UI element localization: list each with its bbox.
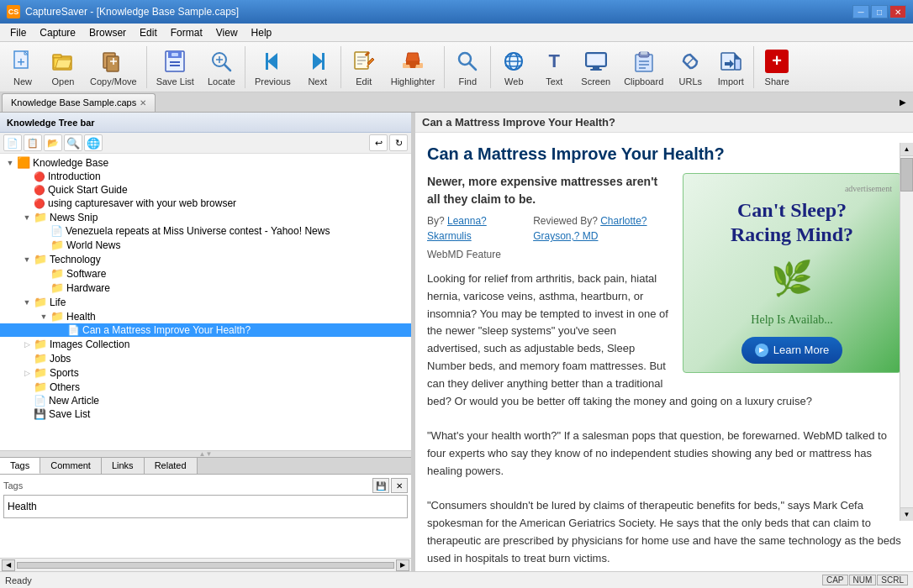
import-label: Import bbox=[718, 76, 744, 87]
svg-rect-21 bbox=[322, 53, 325, 70]
menu-view[interactable]: View bbox=[209, 25, 245, 40]
tab-close[interactable]: ✕ bbox=[140, 98, 146, 108]
tab-tags[interactable]: Tags bbox=[0, 458, 40, 474]
list-item[interactable]: 📁 Software bbox=[0, 266, 411, 281]
tree-btn-search[interactable]: 🔍 bbox=[64, 134, 82, 151]
import-button[interactable]: Import bbox=[711, 45, 750, 90]
open-button[interactable]: Open bbox=[44, 45, 82, 90]
tree-btn-new[interactable]: 📄 bbox=[3, 134, 22, 151]
scroll-right-btn[interactable]: ▶ bbox=[396, 559, 409, 571]
previous-button[interactable]: Previous bbox=[249, 45, 297, 90]
tree-btn-copy[interactable]: 📋 bbox=[24, 134, 42, 151]
locate-button[interactable]: Locate bbox=[202, 45, 241, 90]
main-area: Knowledge Tree bar 📄 📋 📂 🔍 🌐 ↩ ↻ ▼ 🟧 Kno… bbox=[0, 113, 913, 571]
scroll-track[interactable] bbox=[17, 562, 394, 569]
right-scrollbar: ▲ ▼ bbox=[900, 143, 913, 521]
web-button[interactable]: Web bbox=[494, 45, 533, 90]
minimize-button[interactable]: ─ bbox=[852, 5, 869, 18]
list-item[interactable]: 📁 Jobs bbox=[0, 351, 411, 365]
clipboard-button[interactable]: Clipboard bbox=[618, 45, 669, 90]
ad-learn-more-btn[interactable]: ▶ Learn More bbox=[741, 337, 842, 364]
tree-toggle[interactable]: ▼ bbox=[20, 298, 34, 307]
scroll-left-btn[interactable]: ◀ bbox=[2, 559, 15, 571]
urls-label: URLs bbox=[679, 76, 703, 87]
list-item[interactable]: 🔴 using capturesaver with your web brows… bbox=[0, 197, 411, 210]
svg-rect-11 bbox=[170, 61, 180, 63]
tab-arrow-right[interactable]: ▶ bbox=[895, 93, 911, 112]
list-item[interactable]: 📁 Others bbox=[0, 380, 411, 394]
tags-save-btn[interactable]: 💾 bbox=[372, 478, 389, 493]
screen-button[interactable]: Screen bbox=[575, 45, 616, 90]
tags-input[interactable] bbox=[3, 495, 408, 518]
list-item[interactable]: 🔴 Introduction bbox=[0, 170, 411, 183]
menu-file[interactable]: File bbox=[3, 25, 33, 40]
maximize-button[interactable]: □ bbox=[871, 5, 888, 18]
highlighter-button[interactable]: Highlighter bbox=[385, 45, 441, 90]
scroll-thumb[interactable] bbox=[900, 158, 913, 192]
svg-rect-37 bbox=[590, 69, 602, 71]
list-item[interactable]: ▼ 📁 News Snip bbox=[0, 210, 411, 224]
list-item[interactable]: 📁 Hardware bbox=[0, 281, 411, 295]
tree-btn-web[interactable]: 🌐 bbox=[84, 134, 103, 151]
tree-toggle[interactable]: ▷ bbox=[20, 340, 34, 349]
document-tab[interactable]: Knowledge Base Sample.caps ✕ bbox=[2, 93, 156, 112]
menu-browser[interactable]: Browser bbox=[82, 25, 133, 40]
list-item[interactable]: 💾 Save List bbox=[0, 407, 411, 421]
statusbar: Ready CAP NUM SCRL bbox=[0, 571, 913, 588]
tree-toggle[interactable]: ▼ bbox=[20, 213, 34, 222]
tree-toggle[interactable]: ▼ bbox=[37, 312, 50, 321]
menu-format[interactable]: Format bbox=[164, 25, 209, 40]
menu-help[interactable]: Help bbox=[245, 25, 279, 40]
share-button[interactable]: + Share bbox=[757, 45, 796, 90]
tree-toggle[interactable]: ▼ bbox=[20, 255, 34, 264]
list-item[interactable]: ▷ 📁 Images Collection bbox=[0, 337, 411, 351]
list-item[interactable]: 🔴 Quick Start Guide bbox=[0, 183, 411, 197]
copymove-button[interactable]: Copy/Move bbox=[84, 45, 143, 90]
menu-edit[interactable]: Edit bbox=[133, 25, 164, 40]
menu-capture[interactable]: Capture bbox=[33, 25, 82, 40]
list-item[interactable]: ▼ 🟧 Knowledge Base bbox=[0, 155, 411, 170]
svg-marker-46 bbox=[735, 53, 741, 59]
tree-btn-back[interactable]: ↩ bbox=[369, 134, 388, 151]
author-link[interactable]: Leanna? Skarmulis bbox=[427, 215, 487, 242]
edit-button[interactable]: Edit bbox=[345, 45, 383, 90]
new-button[interactable]: New bbox=[3, 45, 42, 90]
tree-toggle[interactable]: ▷ bbox=[20, 369, 34, 377]
text-button[interactable]: T Text bbox=[535, 45, 573, 90]
list-item[interactable]: ▼ 📁 Technology bbox=[0, 252, 411, 266]
reviewer-link[interactable]: Charlotte? Grayson,? MD bbox=[533, 215, 646, 242]
list-item[interactable]: 📄 New Article bbox=[0, 394, 411, 407]
list-item[interactable]: 📄 Venezuela repeats at Miss Universe con… bbox=[0, 224, 411, 238]
ad-subtext: Help Is Availab... bbox=[692, 311, 892, 328]
list-item[interactable]: 📁 World News bbox=[0, 238, 411, 252]
list-item[interactable]: ▼ 📁 Health bbox=[0, 309, 411, 323]
scroll-up-btn[interactable]: ▲ bbox=[900, 143, 913, 156]
urls-button[interactable]: URLs bbox=[671, 45, 710, 90]
savelist-button[interactable]: Save List bbox=[150, 45, 200, 90]
tags-close-btn[interactable]: ✕ bbox=[391, 478, 408, 493]
tab-links[interactable]: Links bbox=[102, 458, 145, 474]
tree-btn-folder[interactable]: 📂 bbox=[44, 134, 62, 151]
find-button[interactable]: Find bbox=[448, 45, 487, 90]
list-item[interactable]: 📄 Can a Mattress Improve Your Health? bbox=[0, 323, 411, 337]
tree-toggle[interactable]: ▼ bbox=[3, 159, 17, 167]
close-button[interactable]: ✕ bbox=[889, 5, 906, 18]
content-body[interactable]: Can a Mattress Improve Your Health? adve… bbox=[415, 133, 913, 571]
next-button[interactable]: Next bbox=[298, 45, 337, 90]
screen-label: Screen bbox=[581, 76, 610, 87]
scroll-down-btn[interactable]: ▼ bbox=[900, 507, 913, 521]
tab-related[interactable]: Related bbox=[145, 458, 198, 474]
num-indicator: NUM bbox=[849, 575, 877, 585]
tree-label: Introduction bbox=[48, 171, 101, 182]
bottom-tabs: Tags Comment Links Related bbox=[0, 458, 411, 475]
list-item[interactable]: ▷ 📁 Sports bbox=[0, 365, 411, 380]
svg-rect-5 bbox=[53, 55, 61, 58]
svg-line-30 bbox=[469, 63, 476, 70]
resize-handle[interactable]: ▲▼ bbox=[0, 450, 411, 457]
tree-btn-forward[interactable]: ↻ bbox=[389, 134, 408, 151]
new-label: New bbox=[13, 76, 32, 87]
list-item[interactable]: ▼ 📁 Life bbox=[0, 295, 411, 309]
content-header: Can a Mattress Improve Your Health? bbox=[415, 113, 913, 133]
svg-rect-19 bbox=[266, 53, 268, 70]
tab-comment[interactable]: Comment bbox=[40, 458, 102, 474]
